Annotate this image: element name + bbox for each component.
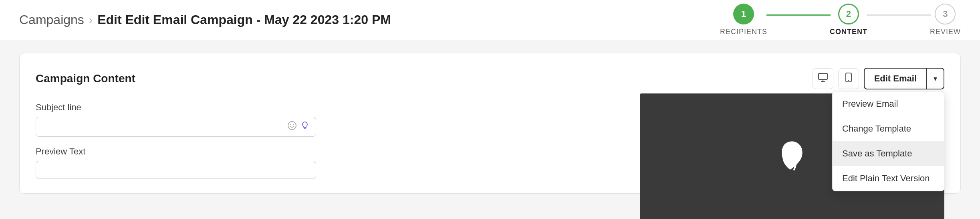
- preview-email-item[interactable]: Preview Email: [833, 91, 944, 116]
- emoji-icon[interactable]: [288, 121, 296, 132]
- campaign-card-header: Campaign Content: [36, 68, 944, 89]
- breadcrumb: Campaigns › Edit Edit Email Campaign - M…: [19, 12, 391, 27]
- subject-line-input-wrapper: [36, 117, 316, 137]
- campaign-content-title: Campaign Content: [36, 72, 135, 85]
- step-1-circle: 1: [733, 4, 754, 24]
- step-2[interactable]: 2 CONTENT: [830, 4, 867, 36]
- edit-email-dropdown-toggle[interactable]: ▾: [926, 68, 944, 89]
- change-template-item[interactable]: Change Template: [833, 116, 944, 141]
- email-preview-logo: [768, 134, 816, 182]
- stepper: 1 RECIPIENTS 2 CONTENT 3 REVIEW: [720, 4, 961, 36]
- campaign-card: Campaign Content: [19, 53, 961, 194]
- top-bar: Campaigns › Edit Edit Email Campaign - M…: [0, 0, 980, 40]
- toolbar-buttons: Edit Email ▾ Preview Email Change Templa…: [813, 68, 944, 89]
- edit-plain-text-item[interactable]: Edit Plain Text Version: [833, 166, 944, 191]
- step-1-label: RECIPIENTS: [720, 28, 767, 36]
- desktop-icon: [818, 73, 828, 84]
- svg-rect-9: [304, 128, 306, 129]
- edit-email-dropdown: Preview Email Change Template Save as Te…: [832, 91, 944, 191]
- mobile-icon: [845, 73, 852, 85]
- svg-rect-0: [819, 73, 827, 79]
- svg-point-5: [288, 122, 296, 130]
- svg-rect-8: [304, 127, 306, 128]
- desktop-view-button[interactable]: [813, 68, 833, 89]
- step-connector-1-2: [766, 14, 831, 16]
- main-content: Campaign Content: [0, 40, 980, 207]
- preview-text-input-wrapper: [36, 161, 316, 179]
- step-1[interactable]: 1 RECIPIENTS: [720, 4, 767, 36]
- preview-text-input[interactable]: [42, 165, 309, 174]
- step-connector-2-3: [867, 14, 931, 16]
- step-3[interactable]: 3 REVIEW: [930, 4, 961, 36]
- subject-line-field: Subject line: [36, 102, 316, 137]
- bulb-icon[interactable]: [300, 121, 309, 132]
- svg-point-6: [290, 124, 291, 125]
- breadcrumb-separator: ›: [89, 14, 93, 26]
- form-section: Subject line: [36, 102, 316, 179]
- preview-text-field: Preview Text: [36, 146, 316, 179]
- step-3-label: REVIEW: [930, 28, 961, 36]
- save-as-template-item[interactable]: Save as Template: [833, 141, 944, 166]
- preview-text-label: Preview Text: [36, 146, 316, 157]
- step-3-circle: 3: [935, 4, 956, 24]
- edit-email-button-group: Edit Email ▾ Preview Email Change Templa…: [864, 68, 944, 89]
- step-2-circle: 2: [838, 4, 859, 24]
- chevron-down-icon: ▾: [934, 74, 937, 83]
- page-title: Edit Edit Email Campaign - May 22 2023 1…: [97, 12, 391, 27]
- step-2-label: CONTENT: [830, 28, 867, 36]
- subject-line-label: Subject line: [36, 102, 316, 113]
- mobile-view-button[interactable]: [838, 68, 859, 89]
- edit-email-button[interactable]: Edit Email: [864, 68, 926, 89]
- subject-line-input[interactable]: [42, 122, 284, 132]
- svg-point-7: [293, 124, 294, 125]
- svg-point-4: [848, 80, 849, 81]
- breadcrumb-campaigns[interactable]: Campaigns: [19, 12, 84, 27]
